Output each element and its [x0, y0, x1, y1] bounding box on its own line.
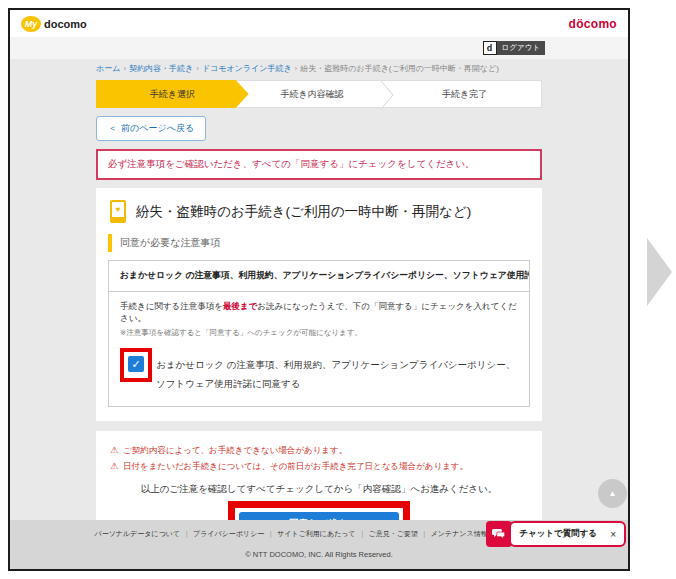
agree-and-proceed-button[interactable]: 同意して進む [239, 512, 399, 520]
footer-separator: ｜ [421, 530, 428, 537]
step-complete: 手続き完了 [388, 80, 542, 108]
step-procedure-select: 手続き選択 [96, 80, 249, 108]
progress-steps: 手続き選択 手続き内容確認 手続き完了 [96, 80, 542, 108]
breadcrumb-online-procedure[interactable]: ドコモオンライン手続き [202, 64, 292, 73]
breadcrumb-separator: › [295, 64, 298, 73]
step-content-confirm: 手続き内容確認 [236, 80, 389, 108]
annotation-highlight-box [120, 348, 152, 382]
notice-emphasis: 最後まで [223, 301, 257, 311]
account-bar: d ログアウト [10, 37, 628, 59]
chat-label: チャットで質問する [519, 528, 597, 540]
back-to-previous-page-button[interactable]: ＜ 前のページへ戻る [96, 116, 206, 141]
chevron-right-icon [380, 80, 395, 110]
footer-link-feedback[interactable]: ご意見・ご要望 [369, 530, 418, 537]
warning-triangle-icon: ⚠ [110, 445, 118, 456]
confirm-card: ⚠ ご契約内容によって、お手続きできない場合があります。 ⚠ 日付をまたいだお手… [96, 431, 542, 520]
warning-item: ⚠ 日付をまたいだお手続きについては、その前日がお手続き完了日となる場合がありま… [110, 461, 528, 473]
procedure-card: ♥ 紛失・盗難時のお手続き(ご利用の一時中断・再開など) 同意が必要な注意事項 … [96, 188, 542, 421]
my-docomo-wordmark: docomo [44, 18, 87, 30]
step-label: 手続き完了 [442, 88, 487, 101]
notice-footnote: ※注意事項を確認すると「同意する」へのチェックが可能になります。 [120, 328, 518, 338]
scroll-to-top-button[interactable]: ▲ [598, 479, 627, 508]
docomo-brand-logo: döcomo [569, 17, 617, 31]
step-label: 手続き選択 [150, 88, 195, 101]
phone-heart-icon: ♥ [110, 200, 126, 223]
my-docomo-logo: My docomo [21, 16, 87, 32]
section-heading-agreement-notes: 同意が必要な注意事項 [108, 234, 530, 252]
step-label: 手続き内容確認 [280, 88, 343, 101]
chat-question-button[interactable]: チャットで質問する × [509, 521, 626, 547]
breadcrumb-contract[interactable]: 契約内容・手続き [129, 64, 193, 73]
arrow-up-icon: ▲ [609, 489, 617, 498]
page-body: ホーム›契約内容・手続き›ドコモオンライン手続き›紛失・盗難時のお手続き(ご利用… [10, 59, 628, 520]
confirm-instruction: 以上のご注意を確認してすべてチェックしてから「内容確認」へお進みください。 [110, 483, 528, 496]
footer-link-site-usage[interactable]: サイトご利用にあたって [277, 530, 355, 537]
footer-separator: ｜ [359, 530, 366, 537]
agreement-alert-message: 必ず注意事項をご確認いただき、すべての「同意する」にチェックをしてください。 [96, 149, 542, 180]
breadcrumb-home[interactable]: ホーム [96, 64, 120, 73]
footer-link-privacy-policy[interactable]: プライバシーポリシー [193, 530, 264, 537]
agreement-checkbox-row: ✓ おまかせロック の注意事項、利用規約、アプリケーションプライバシーポリシー、… [120, 347, 518, 393]
breadcrumb-separator: › [196, 64, 199, 73]
warning-text: ご契約内容によって、お手続きできない場合があります。 [123, 445, 347, 457]
next-slide-arrow-icon [647, 238, 672, 306]
footer-link-maintenance-info[interactable]: メンテナンス情報 [431, 530, 488, 537]
breadcrumb: ホーム›契約内容・手続き›ドコモオンライン手続き›紛失・盗難時のお手続き(ご利用… [96, 63, 542, 74]
warning-text: 日付をまたいだお手続きについては、その前日がお手続き完了日となる場合があります。 [123, 461, 468, 473]
site-header: My docomo döcomo [10, 10, 628, 37]
close-icon[interactable]: × [610, 529, 616, 540]
notice-instruction: 手続きに関する注意事項を最後までお読みになったうえで、下の「同意する」にチェック… [120, 301, 518, 325]
breadcrumb-current: 紛失・盗難時のお手続き(ご利用の一時中断・再開など) [300, 64, 499, 73]
my-badge-icon: My [21, 16, 41, 32]
copyright-text: © NTT DOCOMO, INC. All Rights Reserved. [10, 550, 628, 559]
agree-checkbox-label: おまかせロック の注意事項、利用規約、アプリケーションプライバシーポリシー、ソフ… [156, 359, 515, 389]
notice-box-header: おまかせロック の注意事項、利用規約、アプリケーションプライバシーポリシー、ソフ… [109, 261, 529, 292]
warning-triangle-icon: ⚠ [110, 461, 118, 472]
chat-widget: チャットで質問する × [486, 521, 626, 547]
annotation-highlight-box: 同意して進む [228, 501, 410, 520]
breadcrumb-separator: › [123, 64, 126, 73]
browser-page-frame: My docomo döcomo d ログアウト ホーム›契約内容・手続き›ドコ… [8, 8, 630, 571]
d-account-icon: d [483, 41, 497, 55]
footer-separator: ｜ [183, 530, 190, 537]
footer-separator: ｜ [267, 530, 274, 537]
page-title: 紛失・盗難時のお手続き(ご利用の一時中断・再開など) [136, 203, 471, 221]
notice-box: おまかせロック の注意事項、利用規約、アプリケーションプライバシーポリシー、ソフ… [108, 260, 530, 407]
chevron-left-icon: ＜ [108, 122, 117, 135]
logout-button[interactable]: d ログアウト [483, 41, 545, 55]
back-button-label: 前のページへ戻る [121, 122, 194, 135]
footer-link-personal-data[interactable]: パーソナルデータについて [94, 530, 180, 537]
warning-item: ⚠ ご契約内容によって、お手続きできない場合があります。 [110, 445, 528, 457]
logout-label: ログアウト [497, 41, 545, 55]
